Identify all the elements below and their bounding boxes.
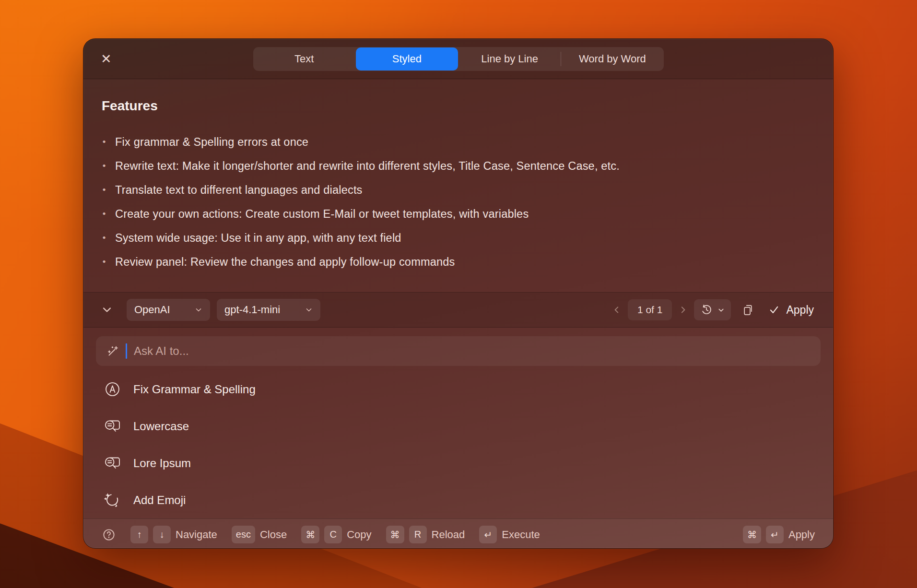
bullet-marker: • — [102, 257, 106, 267]
feature-item: • Fix grammar & Spelling errors at once — [102, 130, 812, 154]
apply-label: Apply — [786, 304, 814, 317]
prompt-panel: Ask AI to... Fix Grammar & Spelling — [83, 328, 833, 518]
statusbar: ↑ ↓ Navigate esc Close ⌘ C Copy ⌘ R Relo… — [83, 518, 833, 549]
feature-item: • Review panel: Review the changes and a… — [102, 250, 812, 274]
shortcut-navigate: ↑ ↓ Navigate — [130, 526, 217, 543]
key-return[interactable]: ↵ — [766, 526, 784, 543]
feature-text: System wide usage: Use it in any app, wi… — [115, 232, 401, 245]
feature-item: • System wide usage: Use it in any app, … — [102, 226, 812, 250]
feature-text: Review panel: Review the changes and app… — [115, 256, 455, 269]
shortcut-reload: ⌘ R Reload — [386, 526, 465, 543]
shortcut-label: Close — [260, 529, 287, 541]
tab-text[interactable]: Text — [253, 47, 355, 71]
text-search-icon — [103, 418, 122, 434]
bullet-marker: • — [102, 137, 106, 147]
key-return[interactable]: ↵ — [479, 526, 497, 543]
key-arrow-up[interactable]: ↑ — [130, 526, 148, 543]
action-label: Add Emoji — [133, 494, 186, 507]
shortcut-label: Apply — [788, 529, 815, 541]
action-label: Lore Ipsum — [133, 457, 191, 470]
shortcut-label: Reload — [432, 529, 465, 541]
view-mode-segmented-control: Text Styled Line by Line Word by Word — [253, 47, 664, 71]
chevron-down-icon — [195, 306, 202, 314]
shortcut-copy: ⌘ C Copy — [301, 526, 371, 543]
tab-styled[interactable]: Styled — [356, 47, 458, 71]
history-dropdown[interactable] — [694, 299, 731, 320]
key-arrow-down[interactable]: ↓ — [153, 526, 171, 543]
text-search-icon — [103, 455, 122, 471]
copy-result-icon[interactable] — [741, 304, 754, 317]
action-item-fix-grammar[interactable]: Fix Grammar & Spelling — [83, 371, 833, 408]
check-icon — [769, 305, 779, 315]
bullet-marker: • — [102, 161, 106, 171]
close-icon[interactable]: ✕ — [101, 52, 112, 65]
bullet-marker: • — [102, 185, 106, 195]
a-circle-icon — [103, 381, 122, 398]
emoji-sparkle-icon — [103, 492, 122, 509]
action-label: Fix Grammar & Spelling — [133, 383, 256, 396]
key-command[interactable]: ⌘ — [301, 526, 319, 543]
action-item-lowercase[interactable]: Lowercase — [83, 408, 833, 445]
bullet-marker: • — [102, 233, 106, 243]
ai-assistant-window: ✕ Text Styled Line by Line Word by Word … — [83, 38, 834, 549]
titlebar: ✕ Text Styled Line by Line Word by Word — [83, 39, 833, 79]
model-label: gpt-4.1-mini — [224, 304, 280, 316]
collapse-chevron-icon[interactable] — [102, 305, 112, 315]
key-command[interactable]: ⌘ — [386, 526, 404, 543]
action-label: Lowercase — [133, 420, 189, 433]
model-toolbar: OpenAI gpt-4.1-mini 1 of 1 — [83, 292, 833, 328]
provider-dropdown[interactable]: OpenAI — [127, 299, 210, 321]
previous-page-icon[interactable] — [612, 306, 621, 314]
next-page-icon[interactable] — [679, 306, 687, 314]
model-dropdown[interactable]: gpt-4.1-mini — [217, 299, 320, 321]
feature-item: • Create your own actions: Create custom… — [102, 202, 812, 226]
pagination-indicator: 1 of 1 — [628, 299, 672, 320]
features-panel: Features • Fix grammar & Spelling errors… — [83, 79, 833, 292]
feature-text: Translate text to different languages an… — [115, 184, 363, 197]
feature-text: Fix grammar & Spelling errors at once — [115, 136, 308, 149]
text-caret — [126, 343, 127, 359]
key-c[interactable]: C — [324, 526, 342, 543]
shortcut-label: Execute — [502, 529, 540, 541]
shortcut-close: esc Close — [232, 526, 287, 543]
key-esc[interactable]: esc — [232, 526, 255, 543]
key-command[interactable]: ⌘ — [743, 526, 761, 543]
prompt-input[interactable]: Ask AI to... — [96, 336, 821, 366]
history-icon — [700, 304, 713, 316]
shortcut-apply: ⌘ ↵ Apply — [743, 526, 815, 543]
feature-item: • Rewrite text: Make it longer/shorter a… — [102, 154, 812, 178]
help-icon[interactable] — [102, 528, 116, 542]
apply-button[interactable]: Apply — [769, 304, 814, 317]
tab-word-by-word[interactable]: Word by Word — [561, 47, 663, 71]
tab-line-by-line[interactable]: Line by Line — [458, 47, 561, 71]
action-item-lore-ipsum[interactable]: Lore Ipsum — [83, 445, 833, 482]
magic-wand-icon — [106, 345, 119, 357]
shortcut-label: Navigate — [176, 529, 217, 541]
action-item-add-emoji[interactable]: Add Emoji — [83, 482, 833, 518]
shortcut-execute: ↵ Execute — [479, 526, 540, 543]
prompt-placeholder: Ask AI to... — [134, 344, 189, 358]
provider-label: OpenAI — [134, 304, 170, 316]
shortcut-label: Copy — [347, 529, 371, 541]
bullet-marker: • — [102, 209, 106, 219]
feature-item: • Translate text to different languages … — [102, 178, 812, 202]
chevron-down-icon — [717, 306, 725, 314]
key-r[interactable]: R — [409, 526, 427, 543]
feature-text: Create your own actions: Create custom E… — [115, 208, 529, 221]
chevron-down-icon — [305, 306, 313, 314]
feature-text: Rewrite text: Make it longer/shorter and… — [115, 160, 620, 173]
features-title: Features — [102, 98, 812, 114]
